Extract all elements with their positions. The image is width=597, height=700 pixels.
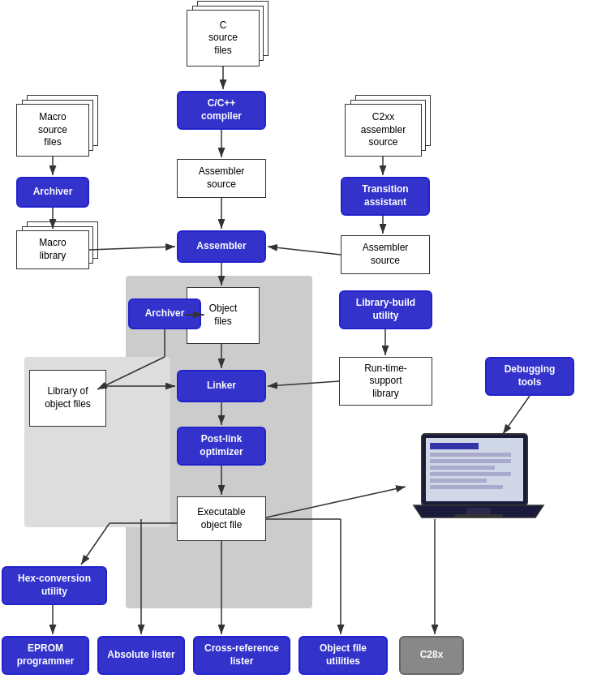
transition-label: Transitionassistant: [362, 183, 408, 208]
object-files-label: Objectfiles: [209, 303, 238, 328]
svg-rect-4: [430, 459, 511, 463]
library-build-utility: Library-buildutility: [339, 290, 432, 329]
linker: Linker: [177, 370, 266, 402]
cross-ref-label: Cross-referencelister: [204, 642, 279, 668]
macro-library: Macrolibrary: [16, 230, 89, 269]
macro-source-files: Macrosourcefiles: [16, 104, 89, 157]
post-link-optimizer: Post-linkoptimizer: [177, 427, 266, 466]
debug-tools-label: Debuggingtools: [505, 363, 556, 389]
linker-label: Linker: [207, 380, 236, 393]
executable-object-file: Executableobject file: [177, 496, 266, 541]
cpp-compiler-label: C/C++compiler: [201, 97, 242, 122]
archiver2: Archiver: [128, 298, 201, 329]
svg-rect-8: [430, 485, 503, 489]
svg-rect-5: [430, 466, 495, 470]
assembler-source2: Assemblersource: [341, 235, 430, 274]
svg-line-34: [503, 396, 530, 434]
asm-src2-label: Assemblersource: [363, 242, 409, 267]
svg-line-15: [89, 247, 175, 250]
macro-lib-label: Macrolibrary: [39, 237, 66, 262]
svg-rect-10: [466, 508, 491, 514]
abs-lister-label: Absolute lister: [107, 649, 174, 662]
lib-build-label: Library-buildutility: [356, 297, 415, 322]
svg-rect-2: [430, 443, 479, 449]
post-link-label: Post-linkoptimizer: [200, 433, 243, 458]
svg-line-20: [268, 247, 341, 255]
absolute-lister: Absolute lister: [97, 636, 185, 675]
hex-conv-label: Hex-conversionutility: [18, 573, 91, 598]
c28x-label: C28x: [420, 649, 444, 662]
archiver2-label: Archiver: [145, 307, 185, 320]
c2xx-source: C2xxassemblersource: [345, 104, 422, 157]
c-source-files: C source files: [187, 10, 260, 67]
svg-rect-3: [430, 453, 511, 457]
obj-utils-label: Object fileutilities: [320, 642, 367, 668]
assembler-label: Assembler: [196, 240, 246, 253]
asm-src1-label: Assemblersource: [199, 165, 245, 191]
lib-obj-label: Library ofobject files: [45, 385, 91, 410]
svg-line-36: [81, 523, 110, 565]
laptop-icon: [406, 430, 552, 535]
transition-assistant: Transitionassistant: [341, 177, 430, 216]
executable-label: Executableobject file: [197, 506, 245, 531]
cpp-compiler: C/C++compiler: [177, 91, 266, 130]
library-of-object-files: Library ofobject files: [29, 370, 106, 427]
c28x: C28x: [399, 636, 464, 675]
macro-source-label: Macrosourcefiles: [38, 111, 67, 149]
svg-rect-7: [430, 479, 487, 483]
runtime-lib-label: Run-time-supportlibrary: [364, 363, 407, 401]
runtime-library: Run-time-supportlibrary: [339, 357, 432, 406]
eprom-label: EPROMprogrammer: [17, 642, 75, 668]
c2xx-label: C2xxassemblersource: [361, 111, 406, 149]
diagram: C source files Macrosourcefiles C2xxasse…: [0, 0, 597, 700]
archiver1-label: Archiver: [33, 186, 73, 199]
svg-rect-6: [430, 472, 511, 476]
assembler-source1: Assemblersource: [177, 159, 266, 198]
debugging-tools: Debuggingtools: [485, 357, 574, 396]
c-source-label: C source files: [208, 19, 238, 58]
svg-rect-9: [454, 514, 503, 517]
hex-conversion-utility: Hex-conversionutility: [2, 566, 107, 605]
assembler: Assembler: [177, 230, 266, 263]
eprom-programmer: EPROMprogrammer: [2, 636, 89, 675]
cross-reference-lister: Cross-referencelister: [193, 636, 290, 675]
object-file-utilities: Object fileutilities: [298, 636, 388, 675]
archiver1: Archiver: [16, 177, 89, 208]
